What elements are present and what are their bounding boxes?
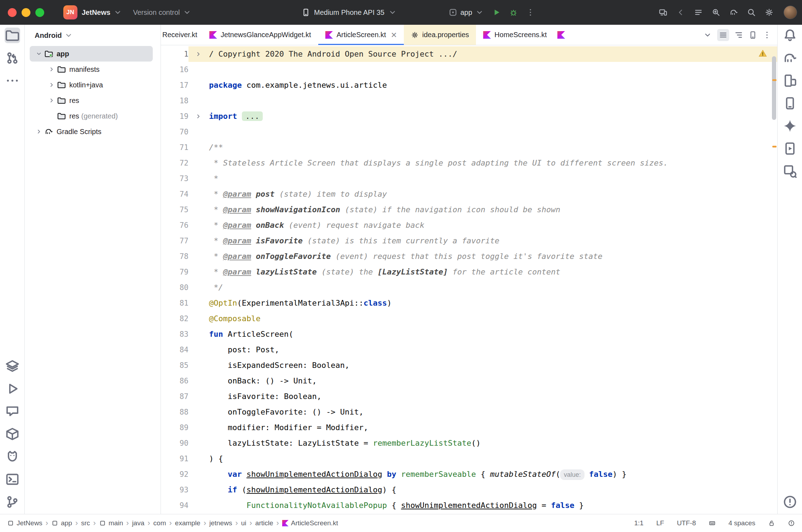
unlock-icon[interactable]: [768, 520, 775, 527]
breadcrumb-item[interactable]: main: [99, 519, 123, 527]
tree-chevron-icon[interactable]: [46, 97, 57, 104]
project-view-selector[interactable]: Android: [25, 25, 161, 46]
encoding-widget[interactable]: UTF-8: [677, 519, 696, 527]
code-line-84[interactable]: 84 post: Post,: [161, 342, 777, 358]
code-line-72[interactable]: 72 * Stateless Article Screen that displ…: [161, 155, 777, 171]
code-line-92[interactable]: 92 var showUnimplementedActionDialog by …: [161, 467, 777, 482]
editor-tabs-list-icon[interactable]: [717, 29, 729, 41]
inspections-warning-icon[interactable]: [758, 49, 767, 60]
code-line-80[interactable]: 80 */: [161, 280, 777, 295]
tab-JetnewsGlanceAppWidget.kt[interactable]: JetnewsGlanceAppWidget.kt: [202, 25, 318, 45]
breadcrumb-item[interactable]: ArticleScreen.kt: [282, 519, 338, 527]
breadcrumb-item[interactable]: example: [175, 519, 200, 527]
minimize-window-button[interactable]: [22, 8, 30, 17]
code-line-71[interactable]: 71/**: [161, 140, 777, 155]
breadcrumb-item[interactable]: ui: [241, 519, 246, 527]
tree-item-Gradle-Scripts[interactable]: Gradle Scripts: [30, 124, 153, 139]
code-line-91[interactable]: 91) {: [161, 451, 777, 467]
caret-position-widget[interactable]: 1:1: [634, 519, 644, 527]
code-line-73[interactable]: 73 *: [161, 171, 777, 186]
tree-item-kotlin+java[interactable]: kotlin+java: [30, 77, 153, 93]
tool-window-button-notifications[interactable]: [782, 28, 798, 43]
tab-ArticleScreen.kt[interactable]: ArticleScreen.kt×: [318, 25, 404, 45]
code-line-86[interactable]: 86 onBack: () -> Unit,: [161, 373, 777, 389]
editor-scrollbar[interactable]: [772, 56, 776, 120]
editor-options-icon[interactable]: [762, 30, 772, 40]
tool-window-button-device-file-explorer[interactable]: [782, 73, 798, 88]
tree-chevron-icon[interactable]: [34, 128, 44, 135]
navigate-back-icon[interactable]: [676, 8, 685, 17]
code-line-76[interactable]: 76 * @param onBack (event) request navig…: [161, 218, 777, 233]
tool-window-button-device-manager[interactable]: [782, 96, 798, 111]
breadcrumb-item[interactable]: jetnews: [209, 519, 232, 527]
code-line-78[interactable]: 78 * @param onToggleFavorite (event) req…: [161, 249, 777, 264]
tool-window-button-insights[interactable]: [5, 404, 20, 419]
tool-window-button-gemini[interactable]: [782, 118, 798, 134]
tool-window-button-git-branch[interactable]: [5, 494, 20, 510]
code-line-17[interactable]: 17package com.example.jetnews.ui.article: [161, 77, 777, 93]
tool-window-button-layers[interactable]: [5, 358, 20, 374]
code-line-1[interactable]: 1/ Copyright 2020 The Android Open Sourc…: [161, 46, 777, 62]
tool-window-button-problems[interactable]: [782, 494, 798, 510]
code-line-87[interactable]: 87 isFavorite: Boolean,: [161, 389, 777, 404]
tree-chevron-icon[interactable]: [46, 66, 57, 73]
hidden-tabs-icon[interactable]: [703, 30, 712, 40]
run-button[interactable]: [492, 8, 501, 17]
indent-widget[interactable]: 4 spaces: [728, 519, 755, 527]
tool-window-button-project[interactable]: [5, 28, 20, 43]
code-line-79[interactable]: 79 * @param lazyListState (state) the [L…: [161, 264, 777, 280]
zoom-window-button[interactable]: [35, 8, 44, 17]
warning-stripe-mark[interactable]: [772, 146, 777, 148]
tree-item-manifests[interactable]: manifests: [30, 62, 153, 77]
code-line-93[interactable]: 93 if (showUnimplementedActionDialog) {: [161, 482, 777, 498]
run-configuration-selector[interactable]: app: [448, 8, 484, 17]
code-line-77[interactable]: 77 * @param isFavorite (state) is this i…: [161, 233, 777, 249]
breadcrumb-item[interactable]: com: [153, 519, 166, 527]
tab-HomeScreens.kt[interactable]: HomeScreens.kt: [476, 25, 554, 45]
vcs-widget[interactable]: Version control: [133, 8, 192, 17]
code-line-16[interactable]: 16: [161, 62, 777, 77]
code-line-90[interactable]: 90 lazyListState: LazyListState = rememb…: [161, 435, 777, 451]
tool-window-button-more-tool-windows[interactable]: [5, 73, 20, 88]
code-line-74[interactable]: 74 * @param post (state) item to display: [161, 186, 777, 202]
tool-window-button-gradle[interactable]: [782, 50, 798, 66]
tool-window-button-pull-requests[interactable]: [5, 50, 20, 66]
tab-Receiver.kt[interactable]: Receiver.kt: [161, 25, 202, 45]
settings-icon[interactable]: [765, 8, 774, 17]
toolbar-more-button[interactable]: [526, 8, 535, 17]
structure-view-icon[interactable]: [734, 30, 743, 40]
breadcrumb-item[interactable]: src: [81, 519, 90, 527]
tree-chevron-icon[interactable]: [46, 81, 57, 88]
tool-window-button-terminal[interactable]: [5, 472, 20, 487]
code-line-88[interactable]: 88 onToggleFavorite: () -> Unit,: [161, 404, 777, 420]
tab-idea.properties[interactable]: idea.properties: [404, 25, 476, 45]
tree-item-app[interactable]: app: [30, 46, 153, 62]
breadcrumb-item[interactable]: JetNews: [7, 519, 42, 527]
sync-project-icon[interactable]: [729, 8, 738, 17]
tool-window-button-build[interactable]: [5, 426, 20, 442]
code-line-94[interactable]: 94 FunctionalityNotAvailablePopup { show…: [161, 498, 777, 513]
code-line-83[interactable]: 83fun ArticleScreen(: [161, 326, 777, 342]
todo-icon[interactable]: [694, 8, 703, 17]
device-preview-icon[interactable]: [748, 30, 757, 40]
tree-chevron-icon[interactable]: [34, 50, 44, 57]
line-separator-widget[interactable]: LF: [656, 519, 664, 527]
search-everywhere-icon[interactable]: [747, 8, 756, 17]
device-selector[interactable]: Medium Phone API 35: [301, 0, 397, 25]
close-window-button[interactable]: [8, 8, 17, 17]
code-editor[interactable]: 1/ Copyright 2020 The Android Open Sourc…: [161, 45, 777, 514]
ide-errors-icon[interactable]: [788, 520, 795, 527]
project-selector[interactable]: JetNews: [82, 8, 122, 17]
warning-stripe-mark[interactable]: [772, 79, 777, 81]
code-line-19[interactable]: 19import ...: [161, 109, 777, 124]
code-line-89[interactable]: 89 modifier: Modifier = Modifier,: [161, 420, 777, 435]
keyboard-icon[interactable]: [709, 520, 716, 527]
tool-window-button-logcat[interactable]: [5, 449, 20, 464]
code-line-82[interactable]: 82@Composable: [161, 311, 777, 326]
breadcrumb-item[interactable]: app: [51, 519, 72, 527]
code-line-70[interactable]: 70: [161, 124, 777, 140]
debug-button[interactable]: [509, 8, 518, 17]
inspect-code-icon[interactable]: [711, 8, 721, 17]
tab-overflow[interactable]: [554, 25, 566, 45]
code-line-18[interactable]: 18: [161, 93, 777, 109]
